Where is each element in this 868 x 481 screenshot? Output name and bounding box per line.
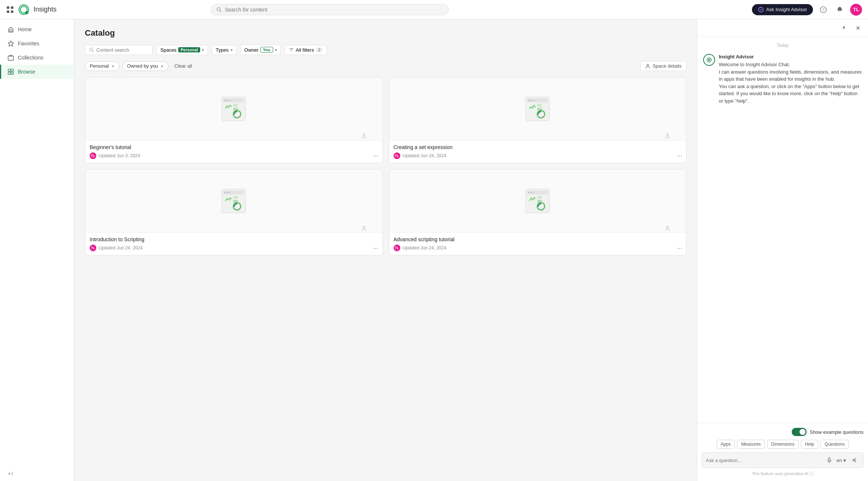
sidebar-item-favorites[interactable]: Favorites bbox=[0, 36, 74, 51]
remove-chip-owned-by-you[interactable]: × bbox=[161, 63, 164, 69]
card-intro-scripting[interactable]: Introduction to Scripting TL Updated Jun… bbox=[85, 169, 383, 255]
collapse-icon bbox=[7, 471, 13, 477]
search-input-wrap[interactable] bbox=[211, 4, 449, 15]
send-button[interactable] bbox=[849, 455, 859, 465]
user-icon bbox=[664, 133, 670, 139]
apps-quick-button[interactable]: Apps bbox=[717, 440, 735, 449]
svg-point-55 bbox=[532, 192, 534, 193]
search-input[interactable] bbox=[225, 7, 443, 13]
clear-all-button[interactable]: Clear all bbox=[172, 62, 195, 70]
pin-panel-button[interactable] bbox=[838, 22, 849, 33]
send-icon bbox=[851, 457, 857, 463]
close-icon: × bbox=[856, 24, 860, 32]
card-thumbnail bbox=[85, 77, 382, 141]
help-quick-button[interactable]: Help bbox=[801, 440, 819, 449]
svg-point-43 bbox=[224, 192, 225, 193]
content-area: Catalog Spaces Personal ▾ bbox=[74, 19, 697, 481]
avatar[interactable]: TL bbox=[850, 4, 862, 16]
svg-point-6 bbox=[217, 7, 220, 10]
svg-rect-13 bbox=[8, 56, 13, 60]
card-thumbnail bbox=[85, 170, 382, 233]
dimensions-quick-button[interactable]: Dimensions bbox=[767, 440, 799, 449]
ask-input[interactable] bbox=[706, 458, 822, 463]
card-menu-button[interactable]: ··· bbox=[373, 152, 378, 159]
top-bar: Insights Ask Insight Advisor bbox=[0, 0, 868, 19]
svg-rect-2 bbox=[7, 10, 9, 13]
sidebar-bottom bbox=[0, 466, 74, 481]
card-menu-button[interactable]: ··· bbox=[677, 152, 682, 159]
help-button[interactable]: ? bbox=[817, 4, 829, 16]
card-info: Creating a set expression TL Updated Jun… bbox=[389, 141, 686, 163]
info-icon: ⓘ bbox=[809, 471, 813, 476]
card-advanced-scripting[interactable]: Advanced scripting tutorial TL Updated J… bbox=[389, 169, 687, 255]
svg-point-23 bbox=[224, 100, 225, 101]
collapse-sidebar-button[interactable] bbox=[7, 471, 67, 477]
notifications-button[interactable] bbox=[834, 4, 846, 16]
sidebar-item-home[interactable]: Home bbox=[0, 22, 74, 36]
svg-point-25 bbox=[228, 100, 230, 101]
card-beginners-tutorial[interactable]: Beginner's tutorial TL Updated Jun 3, 20… bbox=[85, 77, 383, 163]
sidebar: Home Favorites Collections bbox=[0, 19, 74, 481]
svg-point-24 bbox=[226, 100, 228, 101]
app-thumbnail-icon bbox=[220, 188, 247, 214]
microphone-button[interactable] bbox=[825, 456, 834, 465]
help-icon: ? bbox=[820, 6, 827, 13]
svg-point-20 bbox=[647, 64, 648, 66]
svg-point-62 bbox=[708, 59, 710, 61]
svg-point-44 bbox=[226, 192, 228, 193]
svg-rect-15 bbox=[11, 69, 13, 71]
card-owner-avatar: TL bbox=[394, 245, 400, 251]
svg-point-40 bbox=[667, 134, 669, 136]
chat-bubble: Insight Advisor Welcome to Insight Advis… bbox=[719, 54, 862, 104]
filter-chip-personal[interactable]: Personal × bbox=[85, 61, 119, 71]
types-filter-button[interactable]: Types ▾ bbox=[212, 45, 237, 55]
sidebar-item-collections[interactable]: Collections bbox=[0, 51, 74, 65]
svg-rect-57 bbox=[537, 196, 542, 199]
show-example-toggle[interactable] bbox=[792, 428, 807, 436]
measures-quick-button[interactable]: Measures bbox=[737, 440, 765, 449]
card-thumbnail bbox=[389, 170, 686, 233]
active-filters: Personal × Owned by you × Clear all Spac… bbox=[85, 61, 686, 71]
language-select[interactable]: en ▾ bbox=[837, 458, 846, 463]
svg-point-30 bbox=[363, 134, 365, 136]
mic-icon bbox=[826, 457, 832, 463]
sidebar-item-browse[interactable]: Browse bbox=[0, 65, 74, 79]
search-bar bbox=[211, 4, 449, 15]
svg-rect-3 bbox=[11, 10, 13, 13]
ask-insight-advisor-button[interactable]: Ask Insight Advisor bbox=[752, 4, 813, 15]
qlik-logo[interactable] bbox=[17, 3, 31, 16]
card-menu-button[interactable]: ··· bbox=[373, 245, 378, 251]
svg-point-45 bbox=[228, 192, 230, 193]
card-owner-avatar: TL bbox=[90, 245, 96, 251]
space-details-button[interactable]: Space details bbox=[640, 61, 686, 71]
card-thumbnail bbox=[389, 77, 686, 141]
spaces-filter-button[interactable]: Spaces Personal ▾ bbox=[156, 45, 208, 55]
card-menu-button[interactable]: ··· bbox=[677, 245, 682, 251]
filter-chip-owned-by-you[interactable]: Owned by you × bbox=[122, 61, 169, 71]
card-meta: TL Updated Jun 24, 2024 bbox=[90, 245, 378, 251]
card-owner-avatar: TL bbox=[90, 152, 96, 159]
card-info: Beginner's tutorial TL Updated Jun 3, 20… bbox=[85, 141, 382, 163]
day-label: Today bbox=[703, 43, 862, 48]
insight-advisor-icon bbox=[703, 54, 715, 66]
owner-filter-button[interactable]: Owner You ▾ bbox=[240, 45, 281, 55]
content-search-input[interactable] bbox=[96, 47, 148, 53]
chevron-down-icon: ▾ bbox=[843, 458, 846, 463]
user-icon bbox=[664, 225, 670, 231]
content-search-filter[interactable] bbox=[85, 45, 153, 55]
svg-rect-47 bbox=[233, 196, 238, 199]
search-filter-icon bbox=[89, 47, 94, 52]
remove-chip-personal[interactable]: × bbox=[111, 63, 114, 69]
all-filters-button[interactable]: All filters 2 bbox=[285, 45, 327, 55]
card-meta: TL Updated Jun 3, 2024 bbox=[90, 152, 378, 159]
close-panel-button[interactable]: × bbox=[852, 22, 864, 33]
questions-quick-button[interactable]: Questions bbox=[820, 440, 849, 449]
right-panel: × Today Insight Advisor Welcome bbox=[697, 19, 868, 481]
svg-rect-1 bbox=[11, 6, 13, 9]
svg-point-18 bbox=[90, 48, 93, 51]
chevron-down-icon: ▾ bbox=[202, 48, 204, 52]
card-creating-set-expression[interactable]: Creating a set expression TL Updated Jun… bbox=[389, 77, 687, 163]
cards-grid: Beginner's tutorial TL Updated Jun 3, 20… bbox=[85, 77, 686, 255]
grid-icon[interactable] bbox=[6, 6, 14, 14]
filter-icon bbox=[289, 47, 294, 52]
